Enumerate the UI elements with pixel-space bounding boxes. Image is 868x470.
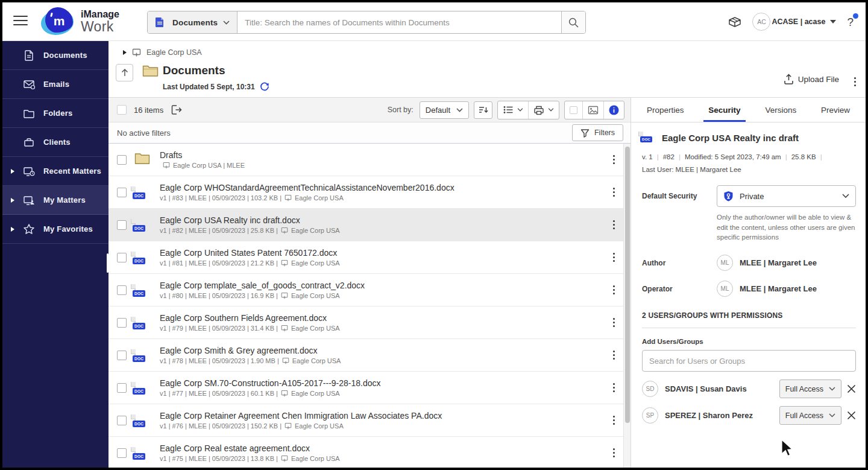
access-level-dropdown[interactable]: Full Access <box>779 379 841 398</box>
document-title: Eagle Corp USA Realty inc draft <box>662 133 799 143</box>
list-scrollbar[interactable] <box>623 144 631 468</box>
document-row[interactable]: DOC Eagle Corp United States Patent 7650… <box>108 241 623 274</box>
upload-file-button[interactable]: Upload File <box>784 74 839 84</box>
preview-checkbox-cell[interactable] <box>565 101 582 119</box>
row-title[interactable]: Eagle Corp Retainer Agreement Chen Immig… <box>160 411 442 421</box>
help-button[interactable]: ? <box>846 14 857 29</box>
select-all-checkbox[interactable] <box>117 105 127 115</box>
remove-user-button[interactable] <box>847 411 856 420</box>
sidebar-item-clients[interactable]: Clients <box>2 128 108 157</box>
row-checkbox[interactable] <box>117 448 127 458</box>
detail-tabs: Properties Security Versions Preview <box>631 98 866 122</box>
row-checkbox[interactable] <box>117 351 127 360</box>
document-row[interactable]: DOC Eagle Corp Smith & Grey agreement.do… <box>108 339 623 372</box>
remove-user-button[interactable] <box>847 384 856 393</box>
sort-dropdown[interactable]: Default <box>420 101 469 119</box>
expand-caret-icon[interactable] <box>11 169 14 174</box>
header-actions: AC ACASE | acase ? <box>727 2 857 41</box>
row-checkbox[interactable] <box>117 253 127 262</box>
default-security-dropdown[interactable]: Private <box>717 185 856 207</box>
expand-caret-icon[interactable] <box>11 227 14 232</box>
access-level-dropdown[interactable]: Full Access <box>779 406 841 425</box>
row-title[interactable]: Eagle Corp USA Realty inc draft.docx <box>160 215 340 225</box>
document-row[interactable]: DOC Eagle Corp SM.70-Construction-A105-2… <box>108 372 623 404</box>
row-menu-button[interactable] <box>611 316 617 329</box>
document-row[interactable]: DOC Eagle Corp Southern Fields Agreement… <box>108 306 623 339</box>
row-title[interactable]: Eagle Corp Smith & Grey agreement.docx <box>160 346 341 355</box>
tab-security[interactable]: Security <box>708 98 740 122</box>
close-icon <box>847 411 856 420</box>
row-meta: v1 | #78 | MLEE | 05/09/2023 | 1.90 MB |… <box>160 357 341 364</box>
document-row[interactable]: DOC Eagle Corp Real estate agreement.doc… <box>108 437 623 468</box>
global-search-input[interactable] <box>237 11 561 33</box>
row-title[interactable]: Eagle Corp template_sale_of_goods_contra… <box>160 281 365 290</box>
sidebar-item-folders[interactable]: Folders <box>2 99 108 128</box>
row-checkbox[interactable] <box>117 318 127 328</box>
folder-row[interactable]: Drafts Eagle Corp USA | MLEE <box>108 144 623 176</box>
document-row[interactable]: DOC Eagle Corp template_sale_of_goods_co… <box>108 274 623 306</box>
sidebar-item-my-matters[interactable]: My Matters <box>2 186 108 215</box>
row-menu-button[interactable] <box>611 185 617 199</box>
document-row[interactable]: DOC Eagle Corp WHOStandardAgreementTechn… <box>108 176 623 209</box>
tray-icon[interactable] <box>727 14 743 29</box>
info-toggle[interactable] <box>603 101 624 119</box>
row-meta: v1 | #77 | MLEE | 05/09/2023 | 60.1 KB |… <box>160 390 381 397</box>
sidebar-item-recent-matters[interactable]: Recent Matters <box>2 157 108 186</box>
row-checkbox[interactable] <box>117 220 127 230</box>
search-scope-dropdown[interactable]: Documents <box>148 11 237 33</box>
row-title[interactable]: Eagle Corp Real estate agreement.docx <box>160 443 340 453</box>
document-row-selected[interactable]: DOC Eagle Corp USA Realty inc draft.docx… <box>108 209 623 241</box>
row-checkbox[interactable] <box>117 155 127 165</box>
list-scrollbar-thumb[interactable] <box>625 147 630 423</box>
row-checkbox[interactable] <box>117 188 127 197</box>
row-checkbox[interactable] <box>117 383 127 393</box>
sidebar-item-emails[interactable]: Emails <box>2 70 108 99</box>
refresh-icon[interactable] <box>260 82 269 92</box>
sidebar-item-documents[interactable]: Documents <box>2 41 108 70</box>
expand-caret-icon[interactable] <box>11 198 14 203</box>
row-title[interactable]: Drafts <box>160 150 245 160</box>
row-menu-button[interactable] <box>611 218 617 232</box>
tab-properties[interactable]: Properties <box>647 98 684 122</box>
row-title[interactable]: Eagle Corp Southern Fields Agreement.doc… <box>160 313 340 323</box>
export-icon[interactable] <box>171 104 183 115</box>
search-button[interactable] <box>561 11 585 33</box>
page-menu-button[interactable] <box>852 75 858 89</box>
row-meta: v1 | #80 | MLEE | 05/09/2023 | 16.9 KB |… <box>160 292 365 299</box>
permission-user-row: SD SDAVIS | Susan Davis Full Access <box>642 379 856 398</box>
notification-dot <box>853 13 858 19</box>
row-menu-button[interactable] <box>611 446 617 460</box>
navigate-up-button[interactable] <box>116 64 133 81</box>
breadcrumb-caret-icon[interactable] <box>123 50 127 55</box>
folder-icon <box>142 64 159 80</box>
list-view-dropdown[interactable] <box>498 101 528 119</box>
tab-preview[interactable]: Preview <box>821 98 850 122</box>
document-row[interactable]: DOC Eagle Corp Retainer Agreement Chen I… <box>108 404 623 437</box>
row-checkbox[interactable] <box>117 285 127 295</box>
sort-order-button[interactable] <box>474 101 492 119</box>
row-title[interactable]: Eagle Corp United States Patent 7650172.… <box>160 248 340 258</box>
user-search-input[interactable] <box>642 350 856 372</box>
tab-versions[interactable]: Versions <box>765 98 796 122</box>
row-menu-button[interactable] <box>611 250 617 264</box>
row-menu-button[interactable] <box>611 283 617 297</box>
chevron-down-icon <box>223 21 230 25</box>
imanage-logo[interactable]: m iManage Work <box>41 7 119 36</box>
row-meta: v1 | #82 | MLEE | 05/09/2023 | 25.8 KB |… <box>160 227 340 234</box>
menu-toggle-button[interactable] <box>13 16 28 27</box>
row-menu-button[interactable] <box>611 153 617 167</box>
breadcrumb[interactable]: Eagle Corp USA <box>123 48 202 57</box>
security-value: Private <box>740 192 764 201</box>
row-checkbox[interactable] <box>117 416 127 425</box>
sidebar-item-my-favorites[interactable]: My Favorites <box>2 215 108 244</box>
user-menu[interactable]: AC ACASE | acase <box>752 13 836 31</box>
thumbnail-toggle[interactable] <box>582 101 603 119</box>
row-title[interactable]: Eagle Corp SM.70-Construction-A105-2017-… <box>160 378 381 388</box>
preview-checkbox[interactable] <box>570 106 577 114</box>
row-title[interactable]: Eagle Corp WHOStandardAgreementTechnical… <box>160 183 454 192</box>
print-dropdown[interactable] <box>528 101 559 119</box>
filters-button[interactable]: Filters <box>572 124 623 141</box>
row-menu-button[interactable] <box>611 381 617 395</box>
row-menu-button[interactable] <box>611 348 617 362</box>
row-menu-button[interactable] <box>611 413 617 427</box>
